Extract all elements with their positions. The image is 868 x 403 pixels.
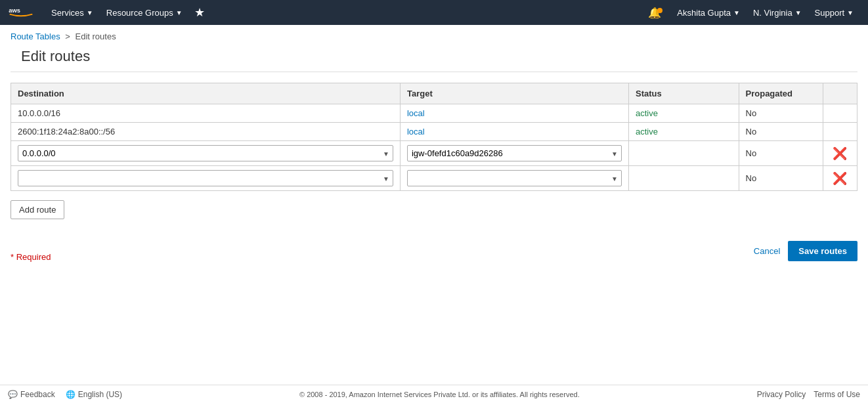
row2-destination: 2600:1f18:24a2:8a00::/56 [11, 123, 401, 141]
header-destination: Destination [11, 83, 401, 104]
editable-row2-destination-cell: ▼ [11, 166, 401, 191]
save-routes-button[interactable]: Save routes [788, 241, 857, 261]
action-buttons: Cancel Save routes [754, 241, 857, 261]
target-input-wrapper-1: ▼ [407, 145, 622, 161]
row2-status: active [628, 123, 739, 141]
region-caret-icon: ▼ [795, 9, 802, 16]
header-status: Status [628, 83, 739, 104]
editable-row1-status-cell [628, 141, 739, 166]
table-row: 2600:1f18:24a2:8a00::/56 local active No [11, 123, 857, 141]
resource-groups-caret-icon: ▼ [176, 9, 183, 16]
editable-row2-target-cell: ▼ [400, 166, 628, 191]
editable-row1-propagated: No [739, 141, 823, 166]
table-row: ▼ ▼ No ❌ [11, 166, 857, 191]
editable-row2-status-cell [628, 166, 739, 191]
nav-services[interactable]: Services ▼ [45, 0, 100, 25]
destination-input-wrapper-2: ▼ [18, 170, 393, 186]
page-title: Edit routes [11, 44, 857, 72]
support-caret-icon: ▼ [847, 9, 854, 16]
row1-status: active [628, 104, 739, 123]
breadcrumb-current: Edit routes [76, 32, 116, 41]
aws-logo[interactable]: aws [8, 5, 34, 20]
editable-row1-action: ❌ [823, 141, 857, 166]
row1-propagated: No [739, 104, 823, 123]
row1-action [823, 104, 857, 123]
breadcrumb-separator: > [65, 32, 70, 41]
header-propagated: Propagated [739, 83, 823, 104]
destination-input-2[interactable] [18, 170, 393, 186]
target-input-1[interactable] [407, 145, 622, 161]
breadcrumb: Route Tables > Edit routes [0, 25, 868, 44]
nav-favorites-icon[interactable]: ★ [189, 5, 210, 20]
required-asterisk: * [11, 252, 14, 262]
target-input-wrapper-2: ▼ [407, 170, 622, 186]
target-input-2[interactable] [407, 170, 622, 186]
editable-row1-destination-cell: ▼ [11, 141, 401, 166]
table-row: 10.0.0.0/16 local active No [11, 104, 857, 123]
nav-right: 🔔 Akshita Gupta ▼ N. Virginia ▼ Support … [643, 0, 860, 25]
services-caret-icon: ▼ [87, 9, 93, 16]
nav-resource-groups[interactable]: Resource Groups ▼ [100, 0, 189, 25]
remove-row2-button[interactable]: ❌ [830, 171, 850, 186]
breadcrumb-parent-link[interactable]: Route Tables [11, 32, 60, 41]
cancel-button[interactable]: Cancel [754, 246, 780, 256]
nav-support[interactable]: Support ▼ [808, 0, 860, 25]
row1-destination: 10.0.0.0/16 [11, 104, 401, 123]
row2-propagated: No [739, 123, 823, 141]
editable-row2-propagated: No [739, 166, 823, 191]
top-nav: aws Services ▼ Resource Groups ▼ ★ 🔔 Aks… [0, 0, 868, 25]
user-caret-icon: ▼ [733, 9, 740, 16]
routes-table: Destination Target Status Propagated 10.… [11, 83, 857, 191]
table-body: 10.0.0.0/16 local active No 2600:1f18:24… [11, 104, 857, 191]
table-header: Destination Target Status Propagated [11, 83, 857, 104]
svg-text:aws: aws [9, 7, 20, 14]
notification-dot [657, 8, 662, 13]
editable-row1-target-cell: ▼ [400, 141, 628, 166]
nav-notifications-icon[interactable]: 🔔 [643, 7, 666, 19]
destination-input-wrapper: ▼ [18, 145, 393, 161]
header-target: Target [400, 83, 628, 104]
row2-action [823, 123, 857, 141]
main-content: Destination Target Status Propagated 10.… [0, 83, 868, 262]
add-route-button[interactable]: Add route [11, 200, 64, 219]
required-text: Required [16, 252, 51, 262]
row1-target: local [400, 104, 628, 123]
remove-row1-button[interactable]: ❌ [830, 146, 850, 161]
table-row: ▼ ▼ No ❌ [11, 141, 857, 166]
nav-user[interactable]: Akshita Gupta ▼ [670, 0, 747, 25]
nav-region[interactable]: N. Virginia ▼ [747, 0, 808, 25]
editable-row2-action: ❌ [823, 166, 857, 191]
header-action [823, 83, 857, 104]
destination-input-1[interactable] [18, 145, 393, 161]
row2-target: local [400, 123, 628, 141]
required-note: * Required [11, 252, 51, 262]
required-and-actions: * Required Cancel Save routes [11, 232, 857, 262]
